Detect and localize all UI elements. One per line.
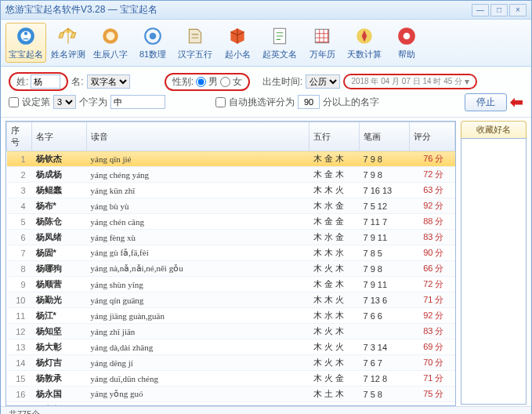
table-row[interactable]: 6杨凤绪yáng fèng xù木 水 金7 9 1183 分 (7, 230, 455, 245)
toolbar-book[interactable]: 汉字五行 (175, 23, 215, 63)
auto-label1: 自动挑选评分为 (229, 96, 295, 109)
table-row[interactable]: 2杨成杨yáng chéng yáng木 金 木7 9 872 分 (7, 167, 455, 183)
table-row[interactable]: 15杨敦承yáng duī,dūn chéng木 火 金7 12 871 分 (7, 371, 455, 387)
gender-female-radio[interactable] (220, 77, 230, 87)
col-header[interactable]: 序号 (7, 122, 32, 151)
status-bar: 共775个 (1, 406, 531, 414)
table-row[interactable]: 12杨知坚yáng zhī jiān木 火 木83 分 (7, 324, 455, 340)
datetime-value[interactable]: 2018 年 04 月 07 日 14 时 45 分 (351, 76, 462, 87)
table-row[interactable]: 3杨鲲蠢yáng kūn zhī木 木 火7 16 1363 分 (7, 183, 455, 198)
col-header[interactable]: 评分 (410, 122, 455, 151)
child-icon (15, 25, 37, 47)
fix-label2: 个字为 (79, 96, 107, 109)
results-table-wrap[interactable]: 序号名字读音五行笔画评分 1杨钦杰yáng qīn jié木 金 木7 9 87… (5, 121, 456, 406)
results-table: 序号名字读音五行笔画评分 1杨钦杰yáng qīn jié木 金 木7 9 87… (6, 122, 455, 406)
toolbar-scale[interactable]: 姓名评测 (48, 23, 89, 63)
scale-icon (57, 25, 79, 47)
total-count: 共775个 (9, 409, 40, 414)
svg-point-11 (404, 33, 411, 40)
favorites-panel (461, 138, 527, 405)
window-title: 悠游宝宝起名软件V3.28 — 宝宝起名 (5, 3, 157, 16)
svg-point-6 (150, 33, 157, 40)
gender-male-radio[interactable] (196, 77, 206, 87)
table-row[interactable]: 5杨陈仓yáng chén cāng木 金 金7 11 788 分 (7, 214, 455, 230)
surname-input[interactable] (31, 74, 60, 89)
table-row[interactable]: 11杨江*yáng jiāng guàn,guān木 水 木7 6 692 分 (7, 308, 455, 324)
table-row[interactable]: 17杨宁哲yáng níng,nìng zhé木 火 火7 5 1075 分 (7, 402, 455, 407)
toolbar-target[interactable]: 81数理 (132, 23, 173, 63)
table-row[interactable]: 13杨大彰yáng dà,dài zhāng木 火 火7 3 1469 分 (7, 340, 455, 355)
doc-icon (269, 25, 291, 47)
auto-checkbox[interactable] (215, 97, 226, 107)
minimize-button[interactable]: — (472, 4, 489, 16)
datetime-group: 2018 年 04 月 07 日 14 时 45 分 ▾ (343, 74, 477, 89)
col-header[interactable]: 读音 (87, 122, 309, 151)
table-row[interactable]: 10杨勤光yáng qín guāng木 木 火7 13 671 分 (7, 292, 455, 308)
side-panel: 收藏好名 (461, 121, 527, 406)
favorites-tab[interactable]: 收藏好名 (461, 121, 527, 138)
toolbar: 宝宝起名姓名评测生辰八字81数理汉字五行起小名起英文名万年历天数计算帮助 (1, 20, 531, 67)
gender-label: 性别: (172, 75, 194, 89)
table-row[interactable]: 14杨灯吉yáng dēng jí木 火 木7 6 770 分 (7, 355, 455, 371)
fix-char-input[interactable] (110, 95, 165, 109)
toolbar-compass[interactable]: 天数计算 (344, 23, 385, 63)
auto-label2: 分以上的名字 (323, 96, 379, 109)
birth-label: 出生时间: (262, 75, 302, 89)
col-header[interactable]: 笔画 (360, 122, 410, 151)
book-icon (184, 25, 206, 47)
grid-icon (311, 25, 333, 47)
arrow-icon: ⬅ (510, 93, 523, 111)
form-area: 姓: 名: 双字名 性别: 男 女 出生时间: 公历 2018 年 04 月 0… (1, 67, 531, 118)
help-icon (396, 25, 418, 47)
surname-group: 姓: (9, 72, 68, 91)
cube-icon (226, 25, 248, 47)
table-row[interactable]: 9杨顺营yáng shùn yíng木 金 木7 9 1172 分 (7, 277, 455, 292)
fix-pos-select[interactable]: 3 (53, 95, 76, 109)
toolbar-child[interactable]: 宝宝起名 (5, 23, 46, 63)
col-header[interactable]: 名字 (32, 122, 87, 151)
fix-checkbox[interactable] (9, 97, 19, 107)
surname-label: 姓: (16, 75, 28, 89)
svg-point-4 (107, 32, 115, 41)
col-header[interactable]: 五行 (309, 122, 360, 151)
toolbar-grid[interactable]: 万年历 (302, 23, 342, 63)
compass-icon (353, 25, 375, 47)
table-row[interactable]: 7杨固*yáng gù fǎ,fā,fèi木 木 水7 8 590 分 (7, 245, 455, 261)
stop-button[interactable]: 停止 (465, 93, 507, 111)
table-row[interactable]: 1杨钦杰yáng qīn jié木 金 木7 9 876 分 (7, 151, 455, 167)
table-row[interactable]: 4杨布*yáng bù yù木 水 金7 5 1292 分 (7, 198, 455, 214)
table-row[interactable]: 8杨哪狗yáng nà,nǎ,nǎi,né,něi gǒu木 火 木7 9 86… (7, 261, 455, 277)
toolbar-calendar[interactable]: 生辰八字 (90, 23, 131, 63)
calendar-icon (100, 25, 121, 47)
fix-label1: 设定第 (22, 96, 50, 109)
toolbar-cube[interactable]: 起小名 (217, 23, 258, 63)
calendar-type-select[interactable]: 公历 (306, 74, 340, 89)
auto-score-input[interactable] (298, 95, 320, 109)
maximize-button[interactable]: □ (490, 4, 508, 16)
titlebar: 悠游宝宝起名软件V3.28 — 宝宝起名 — □ × (1, 1, 531, 20)
target-icon (142, 25, 164, 47)
table-row[interactable]: 16杨永国yáng yǒng guó木 土 木7 5 875 分 (7, 387, 455, 402)
toolbar-help[interactable]: 帮助 (386, 23, 427, 63)
svg-point-2 (24, 32, 27, 35)
name-type-select[interactable]: 双字名 (87, 74, 130, 89)
name-label: 名: (71, 75, 83, 89)
svg-rect-8 (315, 29, 328, 42)
gender-group: 性别: 男 女 (165, 73, 250, 91)
close-button[interactable]: × (509, 4, 527, 16)
toolbar-doc[interactable]: 起英文名 (259, 23, 300, 63)
